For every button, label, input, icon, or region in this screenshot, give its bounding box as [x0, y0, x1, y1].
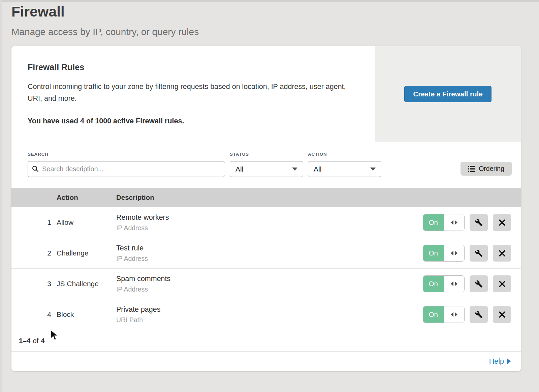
rule-action: JS Challenge: [57, 280, 116, 288]
table-row: 3 JS Challenge Spam comments IP Address …: [11, 269, 521, 299]
rule-priority: 4: [11, 310, 57, 319]
rule-priority: 2: [11, 249, 57, 257]
toggle-on-label: On: [423, 276, 444, 292]
create-firewall-rule-button[interactable]: Create a Firewall rule: [404, 86, 491, 102]
close-icon: [499, 311, 506, 318]
arrow-right-icon: [455, 220, 457, 225]
status-field-group: STATUS All: [230, 152, 303, 177]
delete-rule-button[interactable]: [493, 245, 511, 262]
action-label: ACTION: [308, 152, 381, 157]
close-icon: [499, 280, 506, 288]
rule-description-title: Spam comments: [116, 275, 423, 283]
wrench-icon: [475, 249, 483, 257]
toggle-on-label: On: [423, 214, 444, 231]
toggle-handle[interactable]: [444, 306, 465, 323]
pagination: 1–4 of 4: [11, 330, 521, 351]
edit-rule-button[interactable]: [470, 275, 488, 292]
action-column-header: Action: [57, 193, 116, 202]
search-input[interactable]: [28, 161, 225, 177]
rule-controls: On: [423, 214, 521, 231]
wrench-icon: [475, 219, 483, 227]
toggle-handle[interactable]: [444, 245, 465, 261]
arrow-left-icon: [451, 251, 453, 255]
create-rule-panel: Create a Firewall rule: [375, 46, 521, 142]
rule-description: Spam comments IP Address: [116, 275, 423, 293]
rule-controls: On: [423, 306, 521, 323]
rule-controls: On: [423, 245, 521, 262]
firewall-rules-info: Firewall Rules Control incoming traffic …: [11, 46, 375, 142]
table-row: 4 Block Private pages URI Path On: [11, 299, 521, 330]
search-field-group: SEARCH: [28, 152, 225, 177]
ordering-button[interactable]: Ordering: [461, 162, 512, 176]
page-header: Firewall Manage access by IP, country, o…: [2, 2, 539, 37]
rule-enabled-toggle[interactable]: On: [423, 306, 465, 323]
close-icon: [499, 250, 506, 257]
pagination-range: 1–4: [19, 337, 30, 345]
ordering-button-label: Ordering: [479, 165, 504, 173]
firewall-rules-info-section: Firewall Rules Control incoming traffic …: [11, 46, 521, 142]
status-select[interactable]: All: [230, 161, 303, 177]
chevron-down-icon: [370, 168, 376, 171]
toggle-handle[interactable]: [444, 276, 465, 292]
rule-description-title: Remote workers: [116, 213, 423, 222]
close-icon: [499, 219, 506, 226]
action-field-group: ACTION All: [308, 152, 381, 177]
arrow-right-icon: [455, 251, 457, 255]
caret-right-icon: [507, 358, 511, 364]
edit-rule-button[interactable]: [470, 214, 488, 231]
edit-rule-button[interactable]: [470, 306, 488, 323]
delete-rule-button[interactable]: [493, 214, 511, 231]
card-footer: Help: [11, 351, 521, 371]
chevron-down-icon: [292, 168, 297, 171]
rule-match-type: IP Address: [116, 255, 423, 263]
ordering-list-icon: [468, 165, 475, 172]
rule-enabled-toggle[interactable]: On: [423, 214, 465, 231]
help-link[interactable]: Help: [489, 357, 511, 366]
rule-description: Test rule IP Address: [116, 244, 423, 263]
delete-rule-button[interactable]: [493, 275, 511, 292]
rule-match-type: IP Address: [116, 285, 423, 293]
help-link-label: Help: [489, 357, 504, 366]
pagination-separator: of: [33, 337, 38, 345]
rule-controls: On: [423, 275, 521, 292]
action-selected-value: All: [314, 165, 321, 173]
toggle-on-label: On: [423, 306, 444, 323]
action-select[interactable]: All: [308, 161, 381, 177]
rule-priority: 1: [11, 218, 57, 227]
filter-bar: SEARCH STATUS All ACTION All: [11, 142, 521, 188]
firewall-card: Firewall Rules Control incoming traffic …: [11, 46, 521, 371]
search-wrap: [28, 161, 225, 177]
search-icon: [32, 165, 39, 173]
rule-action: Allow: [57, 218, 116, 227]
arrow-right-icon: [455, 281, 457, 286]
arrow-right-icon: [455, 312, 457, 317]
mouse-cursor: [50, 329, 59, 341]
firewall-rules-usage: You have used 4 of 1000 active Firewall …: [28, 117, 351, 125]
table-header: Action Description: [11, 188, 521, 207]
arrow-left-icon: [451, 220, 453, 225]
wrench-icon: [475, 280, 483, 288]
table-row: 2 Challenge Test rule IP Address On: [11, 238, 521, 269]
description-column-header: Description: [116, 193, 521, 202]
rule-enabled-toggle[interactable]: On: [423, 245, 465, 262]
arrow-left-icon: [451, 312, 453, 317]
rule-match-type: IP Address: [116, 224, 423, 232]
rule-enabled-toggle[interactable]: On: [423, 275, 465, 292]
rule-action: Block: [57, 310, 116, 319]
status-label: STATUS: [230, 152, 303, 157]
delete-rule-button[interactable]: [493, 306, 511, 323]
rule-action: Challenge: [57, 249, 116, 257]
rule-description-title: Test rule: [116, 244, 423, 252]
status-selected-value: All: [235, 165, 243, 173]
wrench-icon: [475, 311, 483, 319]
toggle-on-label: On: [423, 245, 444, 261]
page-subtitle: Manage access by IP, country, or query r…: [11, 27, 539, 37]
edit-rule-button[interactable]: [470, 245, 488, 262]
toggle-handle[interactable]: [444, 214, 465, 231]
rule-priority: 3: [11, 280, 57, 288]
table-row: 1 Allow Remote workers IP Address On: [11, 207, 521, 238]
firewall-rules-heading: Firewall Rules: [28, 62, 351, 72]
rule-description: Remote workers IP Address: [116, 213, 423, 232]
arrow-left-icon: [451, 281, 453, 286]
search-label: SEARCH: [28, 152, 225, 157]
